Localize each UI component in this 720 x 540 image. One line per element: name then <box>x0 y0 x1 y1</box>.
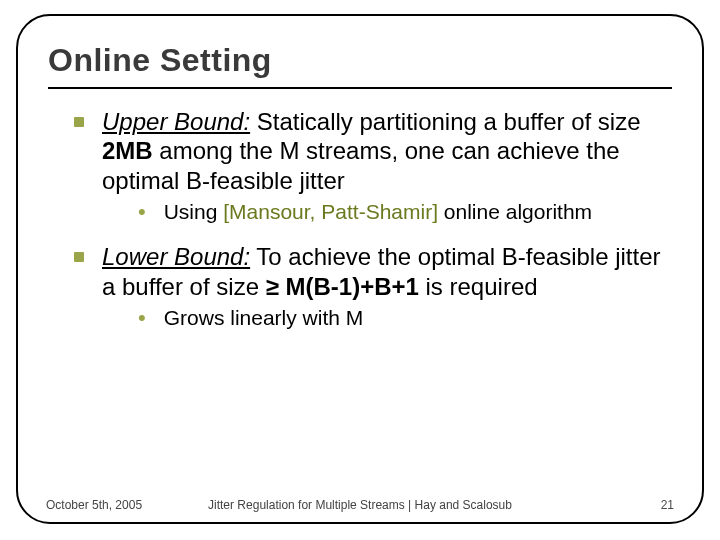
square-bullet-icon <box>74 117 84 127</box>
round-bullet-icon: • <box>138 201 146 223</box>
text: Using <box>164 200 224 223</box>
text: Statically partitioning a buffer of size <box>250 108 640 135</box>
citation: [Mansour, Patt-Shamir] <box>223 200 438 223</box>
lead-label: Upper Bound: <box>102 108 250 135</box>
slide-frame: Online Setting Upper Bound: Statically p… <box>16 14 704 524</box>
round-bullet-icon: • <box>138 307 146 329</box>
text: among the M streams, one can achieve the… <box>102 137 620 193</box>
text: is required <box>419 273 538 300</box>
title-underline <box>48 87 672 89</box>
bullet-text: Lower Bound: To achieve the optimal B-fe… <box>102 242 668 301</box>
buffer-size: 2MB <box>102 137 153 164</box>
square-bullet-icon <box>74 252 84 262</box>
slide: Online Setting Upper Bound: Statically p… <box>0 0 720 540</box>
footer-center: Jitter Regulation for Multiple Streams |… <box>46 498 674 512</box>
lead-label: Lower Bound: <box>102 243 250 270</box>
subbullet-text: Using [Mansour, Patt-Shamir] online algo… <box>164 199 668 225</box>
bullet-upper-bound: Upper Bound: Statically partitioning a b… <box>74 107 668 195</box>
slide-title: Online Setting <box>48 42 672 79</box>
subbullet-lower-growth: • Grows linearly with M <box>138 305 668 331</box>
slide-body: Upper Bound: Statically partitioning a b… <box>48 107 672 331</box>
bullet-lower-bound: Lower Bound: To achieve the optimal B-fe… <box>74 242 668 301</box>
subbullet-upper-algo: • Using [Mansour, Patt-Shamir] online al… <box>138 199 668 225</box>
bound-expression: ≥ M(B-1)+B+1 <box>266 273 419 300</box>
slide-footer: October 5th, 2005 Jitter Regulation for … <box>46 498 674 512</box>
bullet-text: Upper Bound: Statically partitioning a b… <box>102 107 668 195</box>
subbullet-text: Grows linearly with M <box>164 305 668 331</box>
text: online algorithm <box>438 200 592 223</box>
